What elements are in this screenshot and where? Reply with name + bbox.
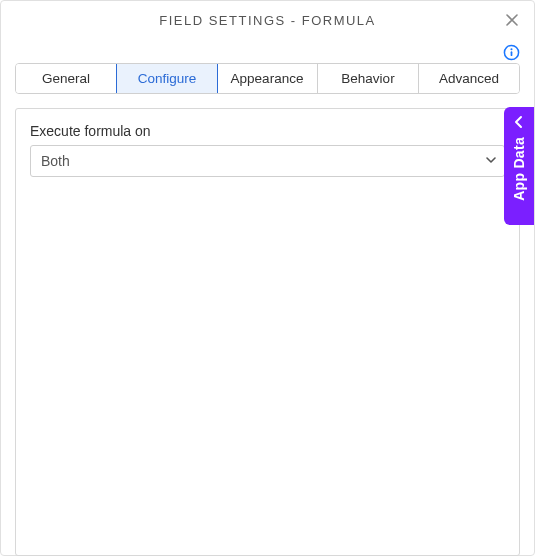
tab-behavior[interactable]: Behavior xyxy=(318,64,419,93)
execute-formula-select-wrapper: Both xyxy=(30,145,505,177)
tab-appearance[interactable]: Appearance xyxy=(217,64,318,93)
close-button[interactable] xyxy=(500,9,524,33)
svg-rect-2 xyxy=(510,51,512,56)
tab-advanced[interactable]: Advanced xyxy=(419,64,519,93)
close-icon xyxy=(504,10,520,33)
dialog-header: FIELD SETTINGS - FORMULA xyxy=(1,1,534,41)
tab-configure[interactable]: Configure xyxy=(116,63,218,94)
tab-general[interactable]: General xyxy=(16,64,117,93)
execute-formula-label: Execute formula on xyxy=(30,123,505,139)
svg-point-1 xyxy=(510,48,512,50)
content-panel: Execute formula on Both xyxy=(15,108,520,556)
tabs: General Configure Appearance Behavior Ad… xyxy=(15,63,520,94)
app-data-side-tab[interactable]: App Data xyxy=(504,107,534,225)
chevron-left-icon xyxy=(512,115,526,133)
field-settings-dialog: FIELD SETTINGS - FORMULA General Configu… xyxy=(0,0,535,556)
app-data-label: App Data xyxy=(511,137,527,201)
info-icon[interactable] xyxy=(502,43,520,61)
execute-formula-select[interactable]: Both xyxy=(30,145,505,177)
info-row xyxy=(1,41,534,63)
dialog-title: FIELD SETTINGS - FORMULA xyxy=(159,13,376,28)
